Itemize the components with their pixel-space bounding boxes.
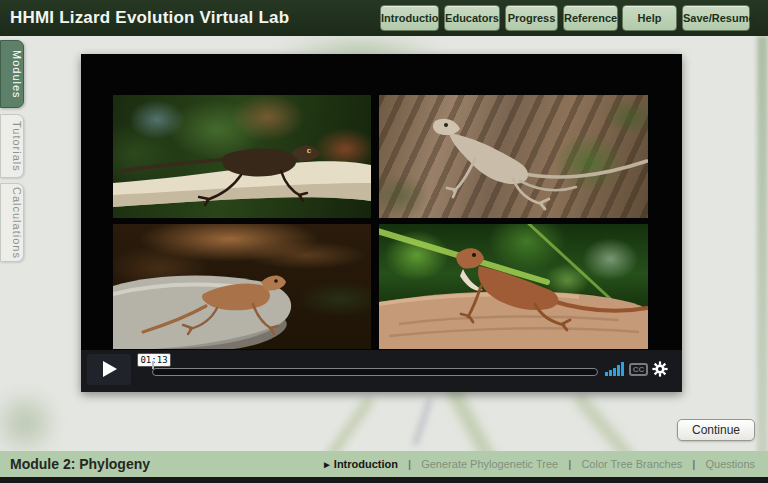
play-icon bbox=[103, 361, 117, 377]
nav-button-educators[interactable]: Educators bbox=[444, 5, 500, 31]
lizard-illustration bbox=[379, 224, 648, 349]
nav-button-help[interactable]: Help bbox=[622, 5, 677, 31]
background-stem-blur bbox=[413, 398, 433, 445]
seek-bar[interactable] bbox=[152, 368, 598, 376]
nav-button-introduction[interactable]: Introduction bbox=[380, 5, 439, 31]
lizard-photo-bottom-right bbox=[379, 224, 648, 349]
background-foliage-blur bbox=[0, 388, 60, 458]
video-player[interactable]: 01:13 CC bbox=[81, 54, 682, 392]
gear-icon[interactable] bbox=[652, 361, 668, 377]
lizard-illustration bbox=[113, 224, 371, 349]
module-title: Module 2: Phylogeny bbox=[10, 451, 150, 477]
nav-button-save-resume[interactable]: Save/Resume bbox=[682, 5, 750, 31]
volume-bars-icon[interactable] bbox=[605, 362, 626, 376]
footer-bar: Module 2: Phylogeny ►Introduction | Gene… bbox=[0, 451, 768, 477]
breadcrumb-separator: | bbox=[568, 458, 571, 470]
breadcrumb-separator: | bbox=[692, 458, 695, 470]
continue-button[interactable]: Continue bbox=[677, 419, 755, 441]
closed-captions-button[interactable]: CC bbox=[629, 363, 648, 376]
lizard-photo-bottom-left bbox=[113, 224, 371, 349]
sidetab-modules[interactable]: Modules bbox=[0, 40, 24, 108]
lizard-photo-top-left bbox=[113, 95, 371, 218]
video-control-bar: 01:13 CC bbox=[81, 350, 682, 392]
app-title: HHMI Lizard Evolution Virtual Lab bbox=[10, 0, 289, 36]
breadcrumb-item-questions[interactable]: Questions bbox=[705, 458, 755, 470]
lizard-illustration bbox=[113, 95, 371, 218]
breadcrumb-item-color-branches[interactable]: Color Tree Branches bbox=[581, 458, 682, 470]
header-bar: HHMI Lizard Evolution Virtual Lab Introd… bbox=[0, 0, 768, 36]
lizard-photo-top-right bbox=[379, 95, 648, 218]
breadcrumb-item-generate-tree[interactable]: Generate Phylogenetic Tree bbox=[421, 458, 558, 470]
lizard-illustration bbox=[379, 95, 648, 218]
breadcrumb-item-introduction[interactable]: ►Introduction bbox=[322, 458, 398, 470]
breadcrumb-separator: | bbox=[408, 458, 411, 470]
app-window: HHMI Lizard Evolution Virtual Lab Introd… bbox=[0, 0, 768, 483]
background-foliage-blur bbox=[757, 36, 768, 456]
bottom-dark-strip bbox=[0, 477, 768, 483]
time-tooltip: 01:13 bbox=[137, 353, 171, 367]
nav-button-progress[interactable]: Progress bbox=[505, 5, 558, 31]
play-button[interactable] bbox=[87, 354, 131, 385]
breadcrumb: ►Introduction | Generate Phylogenetic Tr… bbox=[322, 451, 755, 477]
sidetab-calculations[interactable]: Calculations bbox=[0, 183, 24, 262]
sidetab-tutorials[interactable]: Tutorials bbox=[0, 114, 24, 178]
nav-button-reference[interactable]: Reference bbox=[563, 5, 618, 31]
active-marker-icon: ► bbox=[322, 459, 332, 470]
